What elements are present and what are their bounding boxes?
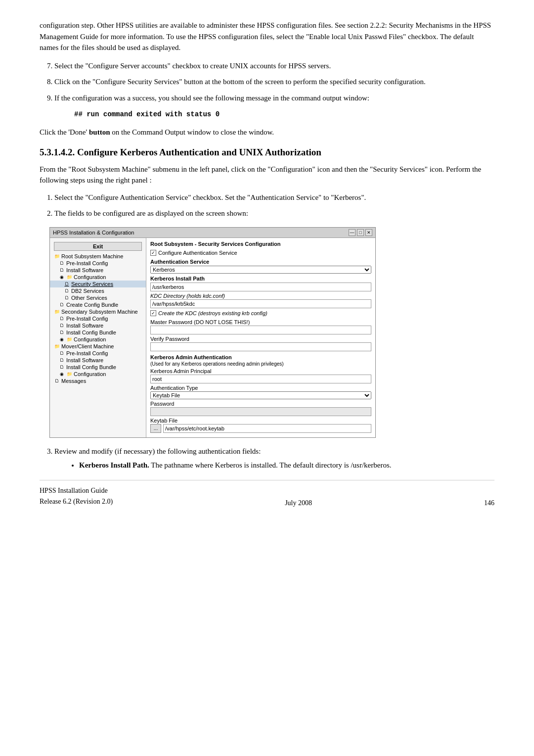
create-kdc-label: Create the KDC (destroys existing krb co… (158, 310, 267, 316)
close-button[interactable]: ✕ (365, 229, 372, 236)
doc-icon: 🗋 (59, 323, 65, 329)
doc-icon: 🗋 (59, 357, 65, 363)
tree-db2-services[interactable]: 🗋 DB2 Services (50, 287, 146, 294)
master-password-input[interactable] (150, 326, 371, 334)
tree-install-software-2[interactable]: 🗋 Install Software (50, 322, 146, 329)
tree-messages[interactable]: 🗋 Messages (50, 378, 146, 384)
tree-pre-install-2[interactable]: 🗋 Pre-Install Config (50, 315, 146, 322)
tree-mover-client[interactable]: 📁 Mover/Client Machine (50, 343, 146, 350)
doc-icon: 🗋 (59, 350, 65, 356)
list-item-9: If the configuration was a success, you … (54, 93, 494, 120)
tree-install-config-bundle-3[interactable]: 🗋 Install Config Bundle (50, 364, 146, 371)
kdc-directory-label: KDC Directory (holds kdc.conf) (150, 293, 371, 299)
doc-icon: 🗋 (64, 281, 70, 287)
authentication-type-wrapper: Keytab File (150, 391, 371, 399)
titlebar-title: HPSS Installation & Configuration (53, 230, 134, 236)
doc-icon: 🗋 (54, 378, 60, 384)
numbered-list-section: Select the "Configure Authentication Ser… (54, 192, 494, 219)
tree-pre-install-3[interactable]: 🗋 Pre-Install Config (50, 350, 146, 357)
configure-auth-checkbox[interactable]: ✓ (150, 250, 156, 256)
master-password-label: Master Password (DO NOT LOSE THIS!) (150, 319, 371, 325)
doc-icon: 🗋 (59, 316, 65, 322)
radio-icon: ◉ (59, 274, 65, 280)
folder-icon: 📁 (54, 253, 60, 259)
kerberos-admin-principal-label: Kerberos Admin Principal (150, 368, 371, 374)
folder-icon: 📁 (66, 371, 72, 377)
click-done-text: Click the 'Done' button on the Command O… (40, 127, 494, 138)
create-kdc-row: ✓ Create the KDC (destroys existing krb … (150, 310, 371, 316)
folder-icon: 📁 (54, 309, 60, 315)
kdc-directory-input[interactable] (150, 299, 371, 308)
footer-page-number: 146 (484, 499, 494, 507)
keytab-browse-button[interactable]: ... (150, 424, 161, 433)
authentication-type-label: Authentication Type (150, 385, 371, 391)
kerberos-install-path-input[interactable] (150, 283, 371, 291)
footer: HPSS Installation Guide Release 6.2 (Rev… (40, 480, 494, 508)
tree-pre-install-1[interactable]: 🗋 Pre-Install Config (50, 260, 146, 267)
tree-configuration-2[interactable]: ◉ 📁 Configuration (50, 336, 146, 343)
password-label: Password (150, 401, 371, 407)
tree-other-services[interactable]: 🗋 Other Services (50, 294, 146, 301)
titlebar: HPSS Installation & Configuration — □ ✕ (50, 228, 375, 238)
maximize-button[interactable]: □ (357, 229, 364, 236)
tree-configuration-3[interactable]: ◉ 📁 Configuration (50, 371, 146, 378)
tree-configuration-1[interactable]: ◉ 📁 Configuration (50, 274, 146, 281)
keytab-file-input[interactable] (163, 424, 371, 433)
auth-service-wrapper: Kerberos (150, 266, 371, 274)
kerberos-install-path-label: Kerberos Install Path (150, 276, 371, 282)
auth-service-select-row: Kerberos (150, 266, 371, 274)
password-input[interactable] (150, 407, 371, 416)
tree-root-subsystem[interactable]: 📁 Root Subsystem Machine (50, 253, 146, 260)
titlebar-buttons: — □ ✕ (349, 229, 372, 236)
verify-password-input[interactable] (150, 342, 371, 351)
authentication-type-select[interactable]: Keytab File (150, 391, 371, 399)
left-panel: Exit 📁 Root Subsystem Machine 🗋 Pre-Inst… (50, 238, 146, 437)
section-intro: From the "Root Subsystem Machine" submen… (40, 164, 494, 186)
footer-center: July 2008 (285, 499, 312, 507)
doc-icon: 🗋 (59, 267, 65, 273)
auth-service-select[interactable]: Kerberos (150, 266, 371, 274)
tree-security-services[interactable]: 🗋 Security Services (50, 281, 146, 287)
radio-icon: ◉ (59, 336, 65, 342)
footer-line2: Release 6.2 (Revision 2.0) (40, 496, 113, 507)
tree-install-software-3[interactable]: 🗋 Install Software (50, 357, 146, 364)
keytab-file-label: Keytab File (150, 418, 371, 424)
tree-secondary-subsystem[interactable]: 📁 Secondary Subsystem Machine (50, 308, 146, 315)
folder-icon: 📁 (66, 336, 72, 342)
right-panel-title: Root Subsystem - Security Services Confi… (150, 241, 371, 247)
list-item-8: Click on the "Configure Security Service… (54, 76, 494, 88)
radio-icon: ◉ (59, 371, 65, 377)
screenshot-container: HPSS Installation & Configuration — □ ✕ … (49, 227, 376, 438)
intro-paragraph: configuration step. Other HPSS utilities… (40, 20, 494, 53)
bullet-bold: Kerberos Install Path. (79, 461, 149, 469)
auth-service-label: Authentication Service (150, 259, 371, 265)
code-block: ## run command exited with status 0 (74, 109, 494, 120)
folder-icon: 📁 (66, 274, 72, 280)
configure-auth-label: Configure Authentication Service (158, 250, 237, 256)
verify-password-label: Verify Password (150, 336, 371, 342)
kerberos-admin-label: Kerberos Admin Authentication (150, 354, 371, 360)
folder-icon: 📁 (54, 343, 60, 349)
doc-icon: 🗋 (64, 288, 70, 294)
tree-install-config-bundle-2[interactable]: 🗋 Install Config Bundle (50, 329, 146, 336)
screenshot-body: Exit 📁 Root Subsystem Machine 🗋 Pre-Inst… (50, 238, 375, 437)
bullet-rest: The pathname where Kerberos is installed… (149, 461, 392, 469)
section-heading: 5.3.1.4.2. Configure Kerberos Authentica… (40, 147, 494, 158)
configure-auth-checkbox-row: ✓ Configure Authentication Service (150, 250, 371, 256)
tree-install-software-1[interactable]: 🗋 Install Software (50, 267, 146, 274)
create-kdc-checkbox[interactable]: ✓ (150, 310, 156, 316)
intro-text: configuration step. Other HPSS utilities… (40, 21, 491, 51)
footer-line1: HPSS Installation Guide (40, 485, 113, 496)
admin-note: (Used for any Kerberos operations needin… (150, 361, 371, 367)
exit-button[interactable]: Exit (54, 242, 142, 251)
kerberos-admin-principal-input[interactable] (150, 375, 371, 383)
list-item-3: Review and modify (if necessary) the fol… (54, 446, 494, 471)
keytab-file-row: ... (150, 424, 371, 433)
doc-icon: 🗋 (59, 302, 65, 308)
list-item-2: The fields to be configured are as displ… (54, 208, 494, 219)
tree-create-config-bundle-1[interactable]: 🗋 Create Config Bundle (50, 301, 146, 308)
doc-icon: 🗋 (59, 330, 65, 335)
list-item-7: Select the "Configure Server accounts" c… (54, 60, 494, 72)
list-item-1: Select the "Configure Authentication Ser… (54, 192, 494, 203)
minimize-button[interactable]: — (349, 229, 356, 236)
